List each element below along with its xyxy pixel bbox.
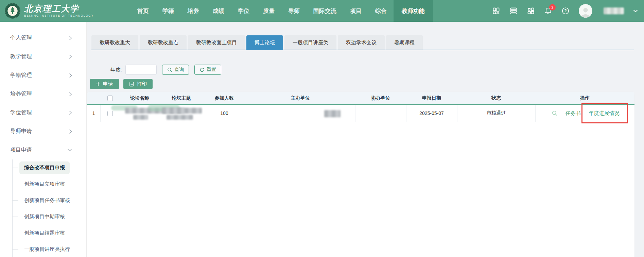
header-host-unit: 主办单位 bbox=[246, 92, 355, 105]
submenu-innovation-approval[interactable]: 创新项目立项审核 bbox=[19, 178, 70, 190]
apply-button[interactable]: 申请 bbox=[90, 79, 119, 89]
submenu-innovation-taskbook[interactable]: 创新项目任务书审核 bbox=[19, 194, 75, 207]
magnifier-icon[interactable] bbox=[552, 110, 557, 116]
submenu-item: 综合改革项目申报 bbox=[13, 159, 86, 176]
sidebar-item-label: 个人管理 bbox=[10, 34, 32, 41]
sidebar-item-enrollment[interactable]: 学籍管理 bbox=[0, 66, 86, 85]
header-forum-topic: 论坛主题 bbox=[160, 92, 203, 105]
app-dashboard-icon[interactable] bbox=[492, 7, 500, 15]
nav-item-supervisor[interactable]: 导师 bbox=[281, 0, 307, 22]
chevron-right-icon bbox=[69, 73, 72, 78]
sidebar-item-training[interactable]: 培养管理 bbox=[0, 85, 86, 103]
search-button[interactable]: 查询 bbox=[162, 65, 189, 75]
taskbook-link[interactable]: 任务书 bbox=[565, 110, 581, 117]
cell-operations: 任务书 年度进展情况 bbox=[535, 105, 634, 122]
svg-text:?: ? bbox=[564, 8, 567, 13]
nav-item-project[interactable]: 项目 bbox=[343, 0, 368, 22]
topbar: 北京理工大学 BEIJING INSTITUTE OF TECHNOLOGY 首… bbox=[0, 0, 644, 22]
sidebar-item-teaching[interactable]: 教学管理 bbox=[0, 47, 86, 66]
chevron-down-icon bbox=[67, 149, 72, 152]
apply-button-label: 申请 bbox=[103, 81, 113, 87]
cell-index: 1 bbox=[87, 105, 100, 122]
top-navigation: 首页 学籍 培养 成绩 学位 质量 导师 国际交流 项目 综合 教师功能 bbox=[130, 0, 433, 22]
task-grid-icon[interactable] bbox=[527, 7, 535, 15]
sidebar-item-label: 学位管理 bbox=[10, 109, 32, 116]
chevron-right-icon bbox=[69, 36, 72, 40]
cell-forum-topic bbox=[160, 105, 203, 122]
nav-item-quality[interactable]: 质量 bbox=[256, 0, 281, 22]
cell-status: 审核通过 bbox=[457, 105, 535, 122]
nav-item-comprehensive[interactable]: 综合 bbox=[368, 0, 394, 22]
brand-name-cn: 北京理工大学 bbox=[24, 4, 94, 13]
header-forum-name: 论坛名称 bbox=[120, 92, 160, 105]
tab-general-reform-project[interactable]: 教研教改面上项目 bbox=[188, 35, 245, 50]
submenu-comprehensive-reform[interactable]: 综合改革项目申报 bbox=[19, 161, 70, 174]
sidebar-item-label: 项目申请 bbox=[10, 147, 32, 154]
header-cohost-unit: 协办单位 bbox=[355, 92, 406, 105]
submenu-innovation-conclusion[interactable]: 创新项目结题审核 bbox=[19, 227, 70, 239]
reset-button[interactable]: 重置 bbox=[194, 65, 221, 75]
help-icon[interactable]: ? bbox=[561, 7, 570, 15]
tab-key-reform[interactable]: 教研教改重点 bbox=[140, 35, 187, 50]
svg-text:W: W bbox=[130, 83, 133, 86]
username-redacted[interactable] bbox=[604, 7, 624, 14]
nav-item-degree[interactable]: 学位 bbox=[231, 0, 256, 22]
submenu-item: 创新项目任务书审核 bbox=[13, 192, 86, 208]
tab-bar: 教研教改重大 教研教改重点 教研教改面上项目 博士论坛 一般项目讲座类 双边学术… bbox=[91, 35, 634, 50]
sidebar-item-project-apply[interactable]: 项目申请 bbox=[0, 141, 86, 159]
sidebar-item-label: 学籍管理 bbox=[10, 72, 32, 79]
year-input[interactable] bbox=[125, 65, 157, 75]
forum-table-card: 论坛名称 论坛主题 参加人数 主办单位 协办单位 申报日期 状态 操作 1 bbox=[87, 92, 634, 257]
sidebar-item-degree[interactable]: 学位管理 bbox=[0, 103, 86, 122]
forum-table: 论坛名称 论坛主题 参加人数 主办单位 协办单位 申报日期 状态 操作 1 bbox=[87, 92, 634, 122]
nav-item-teacher-functions[interactable]: 教师功能 bbox=[394, 0, 433, 22]
tab-summer-course[interactable]: 暑期课程 bbox=[386, 35, 423, 50]
table-header-row: 论坛名称 论坛主题 参加人数 主办单位 协办单位 申报日期 状态 操作 bbox=[87, 92, 634, 105]
tab-major-reform[interactable]: 教研教改重大 bbox=[91, 35, 138, 50]
nav-item-home[interactable]: 首页 bbox=[130, 0, 156, 22]
university-logo: 北京理工大学 BEIJING INSTITUTE OF TECHNOLOGY bbox=[5, 3, 94, 19]
plus-icon bbox=[96, 82, 101, 86]
chevron-right-icon bbox=[69, 54, 72, 59]
nav-item-international[interactable]: 国际交流 bbox=[307, 0, 343, 22]
tab-general-lecture[interactable]: 一般项目讲座类 bbox=[284, 35, 336, 50]
reset-button-label: 重置 bbox=[207, 67, 216, 73]
user-avatar[interactable] bbox=[579, 4, 592, 18]
cell-participants: 100 bbox=[203, 105, 246, 122]
submenu-general-lecture-exec[interactable]: 一般项目讲座类执行 bbox=[19, 243, 75, 256]
notifications[interactable]: 3 bbox=[544, 7, 552, 15]
redacted-host-unit bbox=[324, 110, 341, 117]
header-operations: 操作 bbox=[535, 92, 634, 105]
sidebar-item-supervisor-apply[interactable]: 导师申请 bbox=[0, 122, 86, 141]
server-list-icon[interactable] bbox=[509, 7, 518, 15]
row-checkbox[interactable] bbox=[107, 111, 113, 116]
submenu-item: 创新项目结题审核 bbox=[13, 225, 86, 241]
submenu-innovation-midterm[interactable]: 创新项目中期审核 bbox=[19, 210, 70, 223]
refresh-icon bbox=[199, 67, 205, 72]
year-label: 年度: bbox=[110, 67, 122, 73]
annual-progress-link[interactable]: 年度进展情况 bbox=[589, 110, 620, 116]
print-button[interactable]: W 打印 bbox=[123, 79, 153, 89]
project-submenu: 综合改革项目申报 创新项目立项审核 创新项目任务书审核 创新项目中期审核 创新项… bbox=[12, 159, 86, 257]
chevron-right-icon bbox=[69, 92, 72, 97]
cell-cohost-unit bbox=[355, 105, 406, 122]
print-button-label: 打印 bbox=[137, 81, 147, 87]
nav-item-training[interactable]: 培养 bbox=[181, 0, 206, 22]
submenu-item: 一般项目讲座类执行 bbox=[13, 241, 86, 257]
tab-doctoral-forum[interactable]: 博士论坛 bbox=[246, 35, 283, 50]
nav-item-enrollment[interactable]: 学籍 bbox=[156, 0, 181, 22]
select-all-checkbox[interactable] bbox=[107, 96, 113, 101]
tab-bilateral-conference[interactable]: 双边学术会议 bbox=[338, 35, 385, 50]
word-doc-icon: W bbox=[129, 82, 134, 87]
sidebar-item-label: 导师申请 bbox=[10, 128, 32, 135]
sidebar-item-personal[interactable]: 个人管理 bbox=[0, 29, 86, 47]
header-index bbox=[87, 92, 100, 105]
person-icon bbox=[580, 7, 591, 18]
brand-name-en: BEIJING INSTITUTE OF TECHNOLOGY bbox=[24, 14, 94, 17]
header-participants: 参加人数 bbox=[203, 92, 246, 105]
chevron-down-icon[interactable] bbox=[633, 10, 638, 13]
cell-host-unit bbox=[246, 105, 355, 122]
chevron-right-icon bbox=[69, 129, 72, 134]
nav-item-grades[interactable]: 成绩 bbox=[206, 0, 231, 22]
redacted-forum-name-line2 bbox=[133, 115, 148, 120]
